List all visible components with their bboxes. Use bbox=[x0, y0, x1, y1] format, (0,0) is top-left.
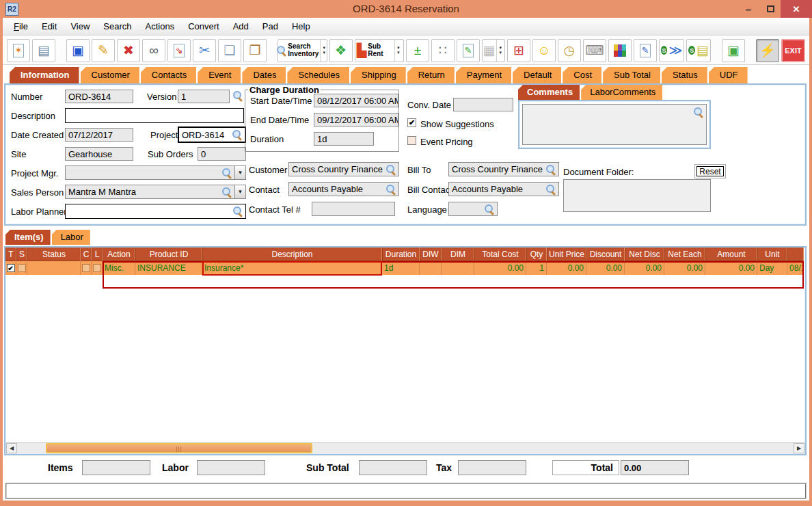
cell-s[interactable] bbox=[16, 261, 27, 275]
row-checkbox[interactable] bbox=[18, 264, 26, 272]
column-header-diw[interactable]: DIW bbox=[420, 248, 442, 261]
column-header-amount[interactable]: Amount bbox=[705, 248, 757, 261]
sub-rent-button[interactable]: ▙Sub Rent▼▼ bbox=[355, 39, 404, 62]
column-header-c[interactable]: C bbox=[81, 248, 92, 261]
tab-comments[interactable]: Comments bbox=[518, 85, 580, 100]
tab-item-s[interactable]: Item(s) bbox=[5, 230, 51, 245]
notepad-edit-button[interactable]: ✎ bbox=[457, 39, 480, 62]
column-header-qty[interactable]: Qty bbox=[526, 248, 547, 261]
scroll-right-button[interactable]: ▶ bbox=[794, 443, 804, 453]
lightning-button[interactable]: ⚡ bbox=[756, 39, 779, 62]
reset-button[interactable]: Reset bbox=[694, 164, 726, 178]
column-header-dim[interactable]: DIM bbox=[442, 248, 474, 261]
cell-unit[interactable]: Day bbox=[757, 261, 787, 275]
copy-special-button[interactable]: ⇘ bbox=[167, 39, 191, 62]
language-field[interactable] bbox=[448, 202, 498, 216]
search-inventory-button[interactable]: Search Inventory▼▼ bbox=[278, 39, 327, 62]
paste-clipboard-button[interactable]: ❐ bbox=[243, 39, 267, 62]
add-remove-button[interactable]: ± bbox=[406, 39, 429, 62]
menu-item-convert[interactable]: Convert bbox=[181, 18, 226, 35]
cell-total-cost[interactable]: 0.00 bbox=[474, 261, 526, 275]
labor-planner-input[interactable] bbox=[65, 204, 246, 219]
comments-textarea[interactable] bbox=[522, 104, 707, 145]
tab-event[interactable]: Event bbox=[198, 67, 241, 83]
column-header-unit-price[interactable]: Unit Price bbox=[547, 248, 586, 261]
customer-field[interactable]: Cross Country Finance bbox=[288, 162, 399, 176]
menu-item-actions[interactable]: Actions bbox=[139, 18, 182, 35]
cell-net-disc[interactable]: 0.00 bbox=[625, 261, 664, 275]
column-header-discount[interactable]: Discount bbox=[586, 248, 625, 261]
column-header-product-id[interactable]: Product ID bbox=[135, 248, 202, 261]
project-mgr-dropdown-icon[interactable]: ▼ bbox=[234, 165, 246, 180]
project-input[interactable]: ORD-3614 bbox=[178, 126, 246, 143]
exit-button[interactable]: EXIT bbox=[781, 39, 805, 62]
column-header-description[interactable]: Description bbox=[202, 248, 382, 261]
smiley-button[interactable]: ☺ bbox=[532, 39, 556, 62]
description-input[interactable] bbox=[65, 108, 244, 123]
tab-labor[interactable]: Labor bbox=[52, 230, 90, 245]
new-document-button[interactable]: ✶ bbox=[7, 39, 30, 62]
maximize-button[interactable] bbox=[760, 0, 781, 18]
convert-3d-button[interactable]: ❖ bbox=[329, 39, 353, 62]
menu-item-view[interactable]: View bbox=[64, 18, 96, 35]
keyboard-send-button[interactable]: ⌨ bbox=[583, 39, 606, 62]
calendar-disabled-dropdown-icon[interactable]: ▼▼ bbox=[496, 40, 504, 62]
labor-planner-search-icon[interactable] bbox=[233, 207, 243, 216]
cell-diw[interactable] bbox=[420, 261, 442, 275]
column-header-t[interactable]: T bbox=[5, 248, 16, 261]
cell-discount[interactable]: 0.00 bbox=[586, 261, 625, 275]
menu-item-file[interactable]: File bbox=[7, 18, 35, 35]
version-search-icon[interactable] bbox=[233, 91, 243, 101]
customer-search-icon[interactable] bbox=[386, 165, 396, 174]
column-header-net-each[interactable]: Net Each bbox=[664, 248, 705, 261]
delete-button[interactable]: ✖ bbox=[117, 39, 140, 62]
column-header-net-disc[interactable]: Net Disc bbox=[625, 248, 664, 261]
bill-contact-search-icon[interactable] bbox=[546, 185, 556, 194]
column-header-total-cost[interactable]: Total Cost bbox=[474, 248, 526, 261]
cell-action[interactable]: Misc. bbox=[103, 261, 135, 275]
menu-item-add[interactable]: Add bbox=[226, 18, 256, 35]
truck-button[interactable]: ▣ bbox=[722, 39, 745, 62]
menu-item-help[interactable]: Help bbox=[285, 18, 317, 35]
tab-payment[interactable]: Payment bbox=[456, 67, 511, 83]
contact-search-icon[interactable] bbox=[386, 185, 396, 194]
event-pricing-checkbox[interactable] bbox=[407, 136, 416, 145]
column-header-l[interactable]: L bbox=[92, 248, 103, 261]
bill-to-field[interactable]: Cross Country Finance bbox=[448, 162, 559, 176]
cell-qty[interactable]: 1 bbox=[526, 261, 547, 275]
cell-description[interactable]: Insurance* bbox=[202, 261, 382, 275]
close-button[interactable]: ✕ bbox=[781, 0, 812, 18]
cell-blank[interactable]: 08/1 bbox=[787, 261, 804, 275]
column-header-duration[interactable]: Duration bbox=[382, 248, 420, 261]
cell-status[interactable] bbox=[27, 261, 81, 275]
note-edit-button[interactable]: ✎ bbox=[634, 39, 657, 62]
cell-net-each[interactable]: 0.00 bbox=[664, 261, 705, 275]
comments-search-icon[interactable] bbox=[694, 107, 703, 117]
cell-l[interactable] bbox=[92, 261, 103, 275]
tab-contacts[interactable]: Contacts bbox=[141, 67, 196, 83]
cell-product-id[interactable]: INSURANCE bbox=[135, 261, 202, 275]
bill-to-search-icon[interactable] bbox=[546, 165, 556, 174]
tab-cost[interactable]: Cost bbox=[563, 67, 601, 83]
sales-person-combo[interactable]: Mantra M Mantra ▼ bbox=[65, 185, 246, 199]
find-binoculars-button[interactable]: ∞ bbox=[142, 39, 165, 62]
cell-c[interactable] bbox=[81, 261, 92, 275]
project-mgr-search-icon[interactable] bbox=[222, 168, 232, 178]
language-search-icon[interactable] bbox=[485, 204, 494, 214]
copy-button[interactable]: ❏ bbox=[218, 39, 241, 62]
column-header-blank[interactable] bbox=[787, 248, 804, 261]
tab-udf[interactable]: UDF bbox=[709, 67, 748, 83]
tab-laborcomments[interactable]: LaborComments bbox=[581, 85, 662, 100]
print-button[interactable]: ▤ bbox=[32, 39, 55, 62]
search-inventory-dropdown-icon[interactable]: ▼▼ bbox=[320, 40, 327, 62]
table-row[interactable]: ✔Misc.INSURANCEInsurance*1d0.0010.000.00… bbox=[5, 261, 804, 275]
cubes-button[interactable] bbox=[608, 39, 632, 62]
cut-scissors-button[interactable]: ✂ bbox=[193, 39, 216, 62]
tab-status[interactable]: Status bbox=[662, 67, 707, 83]
column-header-status[interactable]: Status bbox=[27, 248, 81, 261]
menu-item-edit[interactable]: Edit bbox=[35, 18, 64, 35]
tab-shipping[interactable]: Shipping bbox=[351, 67, 406, 83]
tab-information[interactable]: Information bbox=[10, 67, 79, 83]
tab-dates[interactable]: Dates bbox=[242, 67, 286, 83]
s-note-button[interactable]: S▤ bbox=[686, 39, 711, 62]
